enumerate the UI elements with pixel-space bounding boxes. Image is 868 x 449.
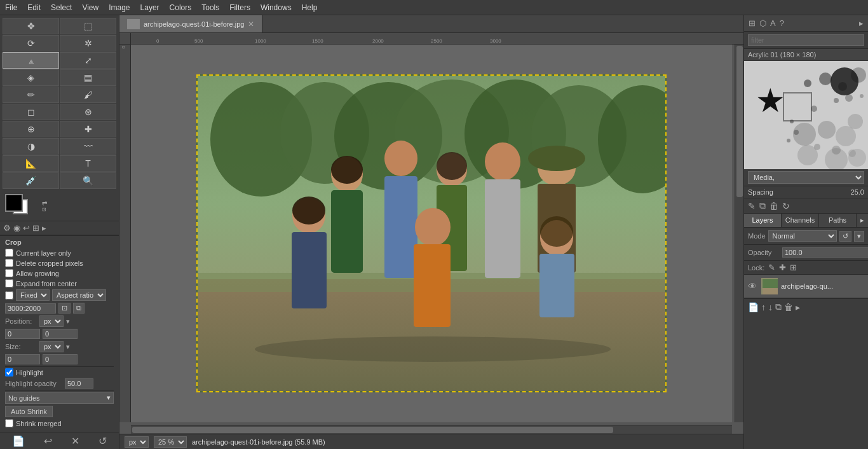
position-y-input[interactable]	[43, 329, 78, 339]
size-h-input[interactable]	[43, 354, 78, 364]
menu-filters[interactable]: Filters	[224, 2, 255, 13]
pencil-tool[interactable]: ✏	[3, 86, 59, 103]
transform-tool[interactable]: ⤢	[60, 52, 116, 69]
edit-brush-icon[interactable]: ✎	[748, 201, 756, 211]
mode-select[interactable]: Normal	[768, 230, 837, 242]
move-tool[interactable]: ✥	[3, 18, 59, 34]
status-zoom-select[interactable]: 25 %	[154, 436, 187, 448]
delete-brush-icon[interactable]: 🗑	[770, 201, 778, 211]
lasso-tool[interactable]: ⟳	[3, 35, 59, 52]
move-layer-down-btn[interactable]: ↓	[768, 302, 773, 312]
lock-pixels-btn[interactable]: ✎	[768, 263, 775, 272]
healing-tool[interactable]: ✚	[60, 121, 116, 137]
shrink-merged-checkbox[interactable]	[5, 419, 13, 427]
menu-select[interactable]: Select	[46, 2, 77, 13]
size-unit-select[interactable]: px	[39, 341, 64, 352]
menu-edit[interactable]: Edit	[22, 2, 46, 13]
status-unit-select[interactable]: px	[125, 436, 149, 448]
channels-tab[interactable]: Channels	[782, 214, 819, 227]
highlight-opacity-input[interactable]	[65, 378, 93, 389]
layer-item[interactable]: 👁 archipelago-qu...	[744, 275, 868, 298]
menu-windows[interactable]: Windows	[255, 2, 297, 13]
size-w-input[interactable]	[5, 354, 40, 364]
layer-visibility-icon[interactable]: 👁	[748, 281, 758, 291]
reset-icon[interactable]: ↺	[98, 435, 107, 447]
move-layer-up-btn[interactable]: ↑	[761, 302, 766, 312]
auto-shrink-button[interactable]: Auto Shrink	[5, 406, 53, 417]
dodge-burn-tool[interactable]: ◑	[3, 138, 59, 155]
menu-layer[interactable]: Layer	[135, 2, 165, 13]
lock-position-btn[interactable]: ✚	[779, 263, 786, 272]
tool-options-tab[interactable]: ⚙	[3, 223, 11, 233]
panel-menu-btn[interactable]: ▸	[796, 302, 800, 312]
eyedropper-tool[interactable]: 💉	[3, 172, 59, 189]
position-unit-select[interactable]: px	[39, 315, 64, 327]
opacity-input[interactable]	[782, 247, 868, 258]
paths-tab[interactable]: Paths	[819, 214, 857, 227]
expand-from-center-checkbox[interactable]	[5, 279, 13, 287]
brush-filter-input[interactable]	[748, 34, 864, 46]
duplicate-layer-btn[interactable]: ⧉	[775, 301, 782, 312]
menu-colors[interactable]: Colors	[165, 2, 197, 13]
highlight-checkbox[interactable]	[5, 368, 13, 376]
menu-file[interactable]: File	[0, 2, 22, 13]
lcp-menu-btn[interactable]: ▸	[857, 214, 868, 227]
zoom-tool[interactable]: 🔍	[60, 172, 116, 189]
fuzzy-select-tool[interactable]: ✲	[60, 35, 116, 52]
dimension-btn-1[interactable]: ⊡	[58, 303, 71, 314]
lock-all-btn[interactable]: ⊞	[790, 263, 797, 272]
panel-menu[interactable]: ▸	[41, 223, 47, 233]
brush-panel-menu[interactable]: ▸	[858, 18, 864, 29]
menu-image[interactable]: Image	[104, 2, 135, 13]
horizontal-scrollbar[interactable]	[131, 425, 732, 434]
sample-points-tab[interactable]: ⊞	[32, 223, 40, 233]
delete-layer-btn[interactable]: 🗑	[784, 302, 793, 312]
brush-help-icon[interactable]: ?	[779, 18, 785, 29]
image-tab[interactable]: archipelago-quest-01i-before.jpg ✕	[119, 15, 262, 32]
eraser-tool[interactable]: ◻	[3, 104, 59, 120]
tab-close-button[interactable]: ✕	[248, 20, 254, 29]
position-x-input[interactable]	[5, 329, 40, 339]
current-layer-only-checkbox[interactable]	[5, 249, 13, 257]
brush-tool[interactable]: 🖌	[60, 86, 116, 103]
refresh-brush-icon[interactable]: ↻	[782, 201, 790, 211]
mode-history-btn[interactable]: ↺	[839, 231, 851, 242]
cancel-icon[interactable]: ✕	[71, 435, 79, 447]
foreground-color-swatch[interactable]	[5, 194, 23, 212]
menu-tools[interactable]: Tools	[196, 2, 224, 13]
vertical-scrollbar-thumb[interactable]	[736, 46, 743, 197]
device-status-tab[interactable]: ◉	[13, 223, 21, 233]
fixed-checkbox[interactable]	[5, 291, 13, 300]
crop-tool[interactable]: ⟁	[3, 52, 59, 69]
smudge-tool[interactable]: 〰	[60, 138, 116, 155]
rect-select-tool[interactable]: ⬚	[60, 18, 116, 34]
clone-tool[interactable]: ⊕	[3, 121, 59, 137]
dimension-input[interactable]	[5, 303, 56, 314]
measure-tool[interactable]: 📐	[3, 155, 59, 172]
media-select[interactable]: Media,	[748, 171, 864, 184]
undo-tab[interactable]: ↩	[22, 223, 31, 233]
reset-colors-icon[interactable]: ⊡	[42, 207, 47, 212]
text-tool[interactable]: T	[60, 155, 116, 172]
paint-bucket-tool[interactable]: ◈	[3, 69, 59, 86]
airbrush-tool[interactable]: ⊛	[60, 104, 116, 120]
guides-dropdown[interactable]: No guides ▾	[5, 392, 114, 404]
horizontal-scrollbar-thumb[interactable]	[132, 427, 613, 433]
brush-text-icon[interactable]: A	[770, 18, 776, 29]
brush-hex-icon[interactable]: ⬡	[759, 18, 767, 29]
swap-colors-icon[interactable]: ⇄	[42, 200, 47, 207]
mode-apply-btn[interactable]: ▾	[854, 231, 864, 242]
layers-tab[interactable]: Layers	[744, 214, 782, 227]
aspect-ratio-select[interactable]: Aspect ratio	[52, 289, 106, 301]
new-layer-btn[interactable]: 📄	[748, 302, 759, 312]
gradient-tool[interactable]: ▤	[60, 69, 116, 86]
fixed-select[interactable]: Fixed	[16, 289, 50, 301]
allow-growing-checkbox[interactable]	[5, 269, 13, 277]
new-document-icon[interactable]: 📄	[12, 435, 25, 447]
delete-cropped-pixels-checkbox[interactable]	[5, 259, 13, 267]
undo-history-icon[interactable]: ↩	[44, 435, 52, 447]
menu-help[interactable]: Help	[297, 2, 323, 13]
brush-grid-icon[interactable]: ⊞	[748, 18, 756, 29]
duplicate-brush-icon[interactable]: ⧉	[759, 200, 766, 211]
vertical-scrollbar[interactable]	[735, 45, 743, 422]
